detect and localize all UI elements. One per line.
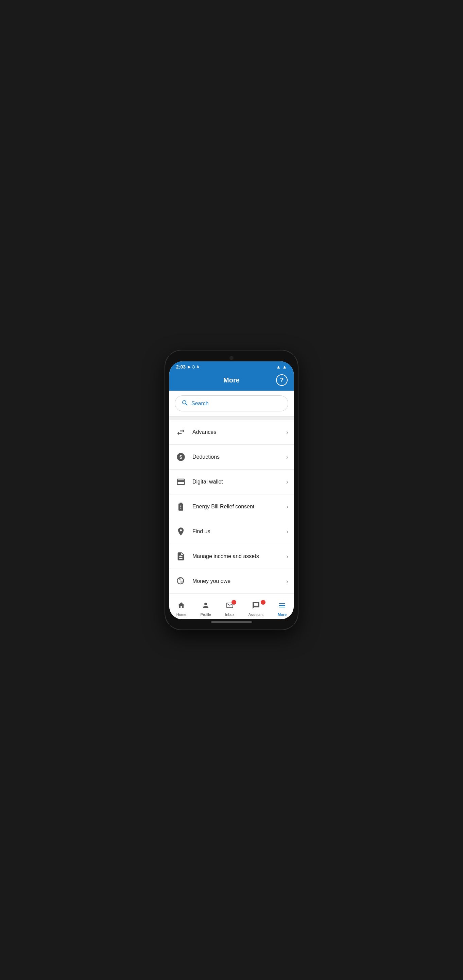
search-box[interactable]: Search: [175, 395, 288, 411]
inbox-badge: [232, 600, 236, 605]
deductions-label: Deductions: [192, 454, 286, 460]
status-right: ▲ ▲: [276, 364, 287, 369]
signal-icon: ▲: [282, 364, 287, 369]
menu-item-find-us[interactable]: Find us ›: [169, 519, 294, 544]
digital-wallet-label: Digital wallet: [192, 479, 286, 485]
app-header: More ?: [169, 371, 294, 391]
header-title: More: [187, 376, 276, 384]
nav-item-inbox[interactable]: Inbox: [222, 600, 238, 618]
notification-icons: ▶⬡A: [188, 365, 199, 369]
profile-nav-label: Profile: [201, 612, 211, 617]
search-icon: [181, 399, 188, 408]
home-nav-label: Home: [176, 612, 186, 617]
phone-screen: 2:03 ▶⬡A ▲ ▲ More ?: [169, 361, 294, 619]
phone-frame: 2:03 ▶⬡A ▲ ▲ More ?: [165, 350, 298, 630]
menu-item-deductions[interactable]: $ Deductions ›: [169, 445, 294, 469]
menu-item-energy-bill[interactable]: Energy Bill Relief consent ›: [169, 495, 294, 519]
manage-income-label: Manage income and assets: [192, 553, 286, 559]
find-us-chevron: ›: [286, 528, 288, 535]
nav-item-profile[interactable]: Profile: [197, 600, 214, 618]
nav-item-assistant[interactable]: Assistant: [245, 600, 267, 618]
content-area: Search Advances › $ Ded: [169, 391, 294, 597]
find-us-label: Find us: [192, 528, 286, 535]
money-owe-chevron: ›: [286, 578, 288, 585]
deductions-icon: $: [175, 451, 187, 463]
home-icon: [177, 601, 185, 611]
inbox-nav-label: Inbox: [225, 612, 234, 617]
home-bar: [211, 621, 252, 623]
wifi-icon: ▲: [276, 364, 281, 369]
advances-chevron: ›: [286, 429, 288, 436]
status-bar: 2:03 ▶⬡A ▲ ▲: [169, 361, 294, 371]
advances-icon: [175, 426, 187, 438]
svg-text:$: $: [179, 454, 182, 460]
manage-income-icon: $: [175, 550, 187, 563]
question-mark-icon: ?: [280, 377, 284, 384]
menu-item-money-owe[interactable]: Money you owe ›: [169, 569, 294, 594]
status-left: 2:03 ▶⬡A: [176, 364, 199, 369]
advances-label: Advances: [192, 429, 286, 435]
energy-bill-icon: [175, 501, 187, 513]
status-time: 2:03: [176, 364, 186, 369]
money-owe-label: Money you owe: [192, 578, 286, 584]
menu-item-advances[interactable]: Advances ›: [169, 420, 294, 445]
more-nav-label: More: [278, 612, 287, 617]
menu-item-digital-wallet[interactable]: Digital wallet ›: [169, 469, 294, 495]
assistant-badge: [261, 600, 265, 605]
find-us-icon: [175, 525, 187, 538]
more-icon: [278, 601, 286, 611]
menu-item-manage-income[interactable]: $ Manage income and assets ›: [169, 544, 294, 569]
camera-dot: [230, 356, 233, 360]
assistant-icon: [252, 601, 260, 611]
camera-area: [169, 355, 294, 361]
profile-icon: [201, 601, 210, 611]
manage-income-chevron: ›: [286, 553, 288, 560]
help-button[interactable]: ?: [276, 374, 288, 386]
deductions-chevron: ›: [286, 453, 288, 461]
home-indicator: [169, 619, 294, 625]
search-placeholder: Search: [191, 401, 209, 407]
search-container: Search: [169, 391, 294, 417]
bottom-nav: Home Profile Inbox Assista: [169, 597, 294, 619]
nav-item-more[interactable]: More: [274, 600, 290, 618]
svg-text:$: $: [180, 555, 182, 558]
menu-item-my-claims[interactable]: My claims ›: [169, 594, 294, 597]
energy-bill-chevron: ›: [286, 503, 288, 511]
money-owe-icon: [175, 575, 187, 587]
energy-bill-label: Energy Bill Relief consent: [192, 504, 286, 510]
menu-list: Advances › $ Deductions › Digital w: [169, 420, 294, 597]
nav-item-home[interactable]: Home: [173, 600, 190, 618]
digital-wallet-chevron: ›: [286, 479, 288, 485]
digital-wallet-icon: [175, 476, 187, 488]
assistant-nav-label: Assistant: [249, 612, 264, 617]
